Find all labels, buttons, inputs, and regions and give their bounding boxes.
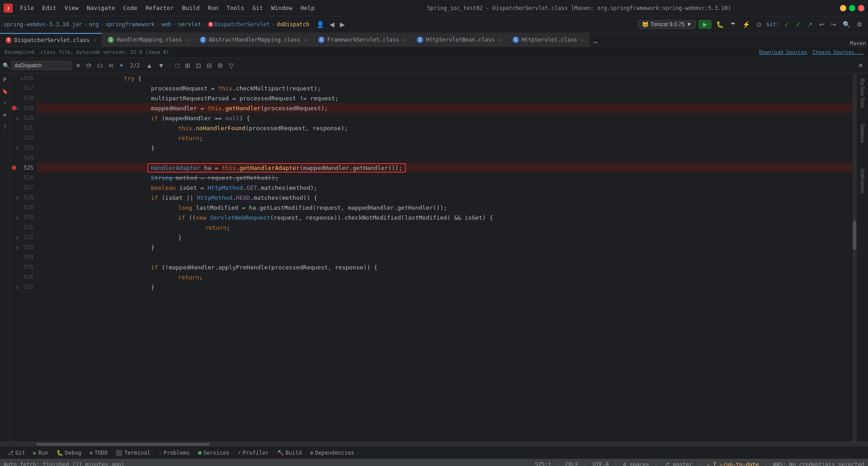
menu-code[interactable]: Code: [120, 3, 141, 13]
menu-build[interactable]: Build: [179, 3, 203, 13]
coverage-button[interactable]: ☂: [728, 19, 738, 30]
panel-notifications[interactable]: Notifications: [860, 166, 865, 196]
menu-navigate[interactable]: Navigate: [83, 3, 119, 13]
breadcrumb-org[interactable]: org: [89, 21, 99, 28]
profile-button[interactable]: ⚡: [741, 19, 752, 30]
breadcrumb-nav-btn[interactable]: 👤: [315, 19, 326, 30]
indent-size[interactable]: 4 spaces: [623, 461, 649, 466]
tab-httpservlet[interactable]: C HttpServlet.class ✕: [507, 33, 590, 47]
menu-window[interactable]: Window: [268, 3, 296, 13]
tab-httpservletbean[interactable]: C HttpServletBean.class ✕: [411, 33, 507, 47]
run-panel-btn[interactable]: ▶ Run: [30, 449, 52, 457]
close-search-btn[interactable]: ✕: [856, 61, 865, 70]
tab-close-frameworkservlet[interactable]: ✕: [403, 37, 406, 43]
tomcat-selector[interactable]: 🐱 Tomcat 9.0.75 ▼: [638, 20, 696, 29]
back-btn[interactable]: ◀: [328, 19, 336, 30]
choose-sources-link[interactable]: Choose Sources...: [812, 49, 863, 55]
code-line-536: return;: [37, 272, 853, 282]
tab-handlermapping[interactable]: I HandlerMapping.class ✕: [102, 33, 194, 47]
minimize-button[interactable]: [840, 5, 846, 11]
prev-match-btn[interactable]: ▲: [145, 61, 155, 70]
tab-close-handlermapping[interactable]: ✕: [185, 37, 189, 43]
filter2-btn[interactable]: ⚙: [216, 61, 225, 70]
git-check2-btn[interactable]: ✓: [794, 19, 803, 30]
panel-vcs[interactable]: ⊗: [0, 110, 9, 119]
close-button[interactable]: [858, 5, 864, 11]
services-panel-btn[interactable]: Services: [194, 449, 233, 457]
code-text-517: processedRequest = this.checkMultipart(r…: [151, 85, 321, 92]
menu-git[interactable]: Git: [249, 3, 266, 13]
menu-refactor[interactable]: Refactor: [142, 3, 178, 13]
multiline-btn[interactable]: ⊡: [194, 61, 203, 70]
more-run-btn[interactable]: ⊙: [755, 19, 764, 30]
line-ending[interactable]: CRLF: [566, 461, 579, 466]
breadcrumb-method[interactable]: doDispatch: [277, 21, 309, 28]
breakpoint-525[interactable]: [12, 165, 16, 170]
maximize-button[interactable]: [849, 5, 855, 11]
clear-search-btn[interactable]: ✕: [74, 61, 83, 70]
undo-btn[interactable]: ↩: [817, 19, 826, 30]
search-option-w[interactable]: W: [107, 62, 115, 69]
panel-database[interactable]: Database: [860, 121, 865, 146]
panel-big-data[interactable]: Big Data Tools: [860, 76, 865, 110]
funnel-btn[interactable]: ▽: [227, 61, 236, 70]
scrollbar-thumb[interactable]: [853, 221, 856, 250]
vertical-scrollbar[interactable]: [853, 73, 856, 442]
tab-close-httpservlet[interactable]: ✕: [581, 37, 584, 43]
panel-pullrequests[interactable]: ⤴: [0, 122, 9, 131]
menu-run[interactable]: Run: [204, 3, 222, 13]
build-panel-btn[interactable]: 🔨 Build: [274, 449, 306, 457]
menu-file[interactable]: File: [16, 3, 38, 13]
code-editor[interactable]: try { processedRequest = this.checkMulti…: [37, 73, 853, 442]
file-encoding[interactable]: UTF-8: [593, 461, 609, 466]
menu-edit[interactable]: Edit: [38, 3, 60, 13]
todo-panel-btn[interactable]: ≡ TODO: [86, 449, 111, 457]
panel-bookmark[interactable]: 🔖: [0, 87, 9, 96]
debug-panel-btn[interactable]: 🐛 Debug: [53, 449, 85, 457]
breadcrumb-web[interactable]: web: [161, 21, 171, 28]
breakpoint-519[interactable]: [12, 106, 16, 110]
search-btn-toolbar[interactable]: 🔍: [841, 19, 852, 30]
settings-btn[interactable]: ⚙: [855, 19, 864, 30]
search-option-cc[interactable]: Cc: [95, 62, 105, 69]
tab-dispatcherservlet[interactable]: D DispatcherServlet.class ✕: [0, 33, 102, 47]
git-panel-btn[interactable]: ⎇ Git: [4, 449, 29, 457]
forward-btn[interactable]: ▶: [338, 19, 347, 30]
breadcrumb-servlet[interactable]: servlet: [178, 21, 201, 28]
search-option-regex[interactable]: ✦: [117, 61, 126, 70]
tab-abstracthandler[interactable]: C AbstractHandlerMapping.class ✕: [194, 33, 313, 47]
git-branch[interactable]: ⎇ master: [663, 461, 693, 466]
tab-close-dispatcher[interactable]: ✕: [93, 37, 96, 43]
tab-close-abstracthandler[interactable]: ✕: [304, 37, 307, 43]
expand-btn[interactable]: □: [174, 61, 181, 70]
more-tabs-btn[interactable]: ⋯: [591, 38, 599, 47]
search-history-btn[interactable]: ⟳: [85, 61, 94, 70]
download-sources-link[interactable]: Download Sources: [759, 49, 807, 55]
panel-project[interactable]: P: [0, 75, 9, 84]
redo-btn[interactable]: ↪: [829, 19, 838, 30]
terminal-panel-btn[interactable]: ⬛ Terminal: [112, 449, 154, 457]
panel-commit[interactable]: ↑: [0, 99, 9, 108]
git-push-btn[interactable]: ↗: [806, 19, 815, 30]
debug-button[interactable]: 🐛: [714, 19, 726, 30]
profiler-panel-btn[interactable]: ⚡ Profiler: [234, 449, 273, 457]
git-check-btn[interactable]: ✓: [782, 19, 791, 30]
breadcrumb-class[interactable]: D DispatcherServlet: [208, 21, 270, 28]
breadcrumb-springframework[interactable]: springframework: [106, 21, 155, 28]
maven-text[interactable]: Maven: [850, 40, 866, 47]
filter-btn[interactable]: ⊟: [205, 61, 214, 70]
run-button[interactable]: ▶: [698, 20, 712, 29]
aws-status[interactable]: AWS: No credentials selected: [773, 461, 864, 466]
tab-frameworkservlet[interactable]: C FrameworkServlet.class ✕: [313, 33, 412, 47]
dependencies-panel-btn[interactable]: ⊕ Dependencies: [307, 449, 358, 457]
in-selection-btn[interactable]: ⊞: [183, 61, 192, 70]
search-input[interactable]: [14, 62, 69, 69]
tab-close-httpservletbean[interactable]: ✕: [498, 37, 501, 43]
menu-tools[interactable]: Tools: [223, 3, 248, 13]
menu-view[interactable]: View: [61, 3, 82, 13]
breadcrumb-jar[interactable]: spring-webmvc-5.3.10.jar: [4, 21, 82, 28]
menu-help[interactable]: Help: [297, 3, 318, 13]
next-match-btn[interactable]: ▼: [156, 61, 166, 70]
horizontal-scrollbar-thumb[interactable]: [36, 443, 210, 446]
problems-panel-btn[interactable]: ⚠ Problems: [155, 449, 193, 457]
